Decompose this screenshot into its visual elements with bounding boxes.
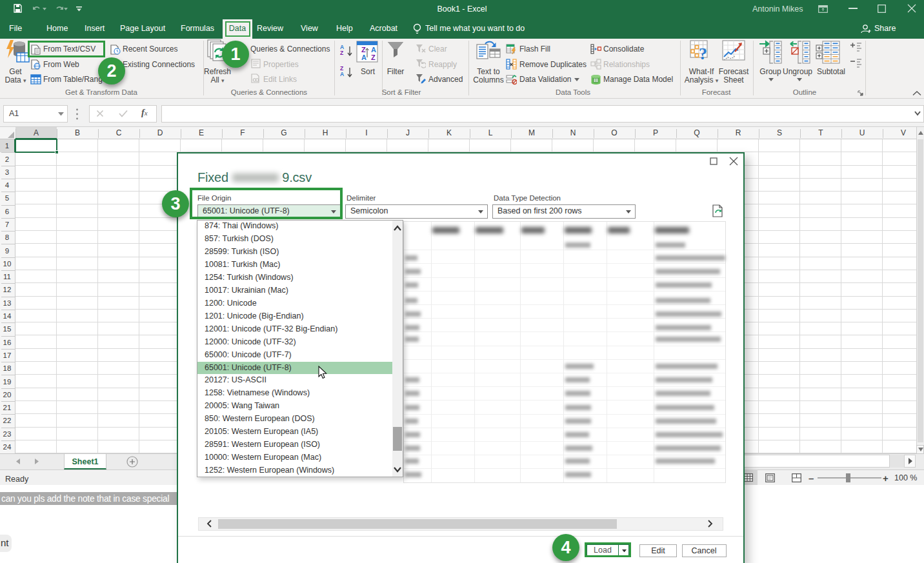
svg-text:?: ?	[699, 44, 707, 63]
svg-text:A: A	[371, 46, 376, 54]
svg-text:A: A	[361, 54, 367, 61]
svg-text:Z: Z	[371, 54, 376, 61]
svg-text:Z: Z	[361, 46, 366, 54]
